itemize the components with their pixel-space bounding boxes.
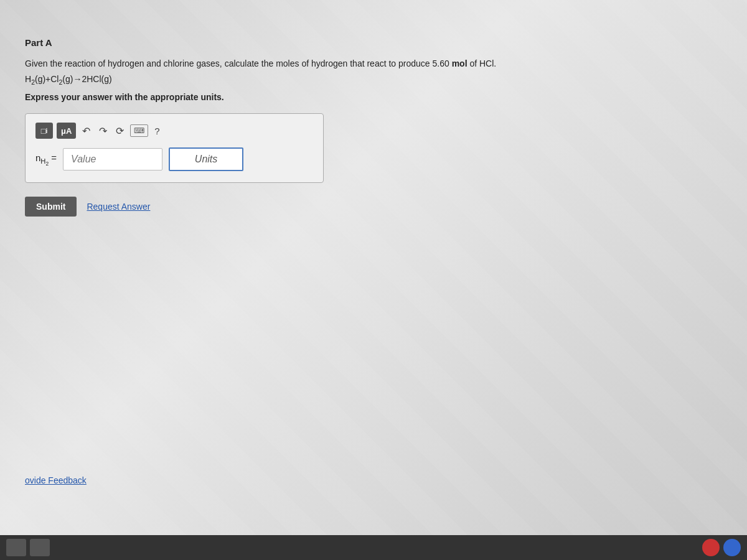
taskbar-red-icon[interactable] bbox=[702, 539, 720, 556]
mol-text: mol bbox=[452, 58, 467, 68]
mu-a-button[interactable]: μA bbox=[57, 123, 76, 139]
question-text-part2: of HCl. bbox=[467, 58, 497, 68]
undo-button[interactable]: ↶ bbox=[80, 124, 93, 138]
taskbar-icon-1[interactable] bbox=[6, 539, 26, 556]
submit-button[interactable]: Submit bbox=[25, 197, 77, 217]
button-row: Submit Request Answer bbox=[25, 197, 722, 217]
answer-box: □i μA ↶ ↷ ⟳ ⌨ ? nH2 = Units bbox=[25, 113, 324, 183]
keyboard-button[interactable]: ⌨ bbox=[130, 124, 148, 137]
help-button[interactable]: ? bbox=[154, 126, 159, 136]
template-button[interactable]: □i bbox=[35, 123, 53, 139]
reaction-equation: H2(g)+Cl2(g)→2HCl(g) bbox=[25, 74, 722, 86]
taskbar bbox=[0, 535, 747, 560]
variable-label: nH2 = bbox=[35, 152, 57, 167]
input-row: nH2 = Units bbox=[35, 147, 313, 171]
feedback-link[interactable]: ovide Feedback bbox=[25, 475, 87, 485]
question-text: Given the reaction of hydrogen and chlor… bbox=[25, 57, 510, 70]
part-label: Part A bbox=[25, 37, 722, 48]
question-text-part1: Given the reaction of hydrogen and chlor… bbox=[25, 58, 452, 68]
redo-button[interactable]: ↷ bbox=[96, 124, 110, 138]
request-answer-link[interactable]: Request Answer bbox=[87, 202, 150, 212]
units-box[interactable]: Units bbox=[169, 147, 243, 171]
taskbar-icon-2[interactable] bbox=[30, 539, 50, 556]
toolbar: □i μA ↶ ↷ ⟳ ⌨ ? bbox=[35, 123, 313, 139]
taskbar-blue-icon[interactable] bbox=[723, 539, 741, 556]
value-input[interactable] bbox=[63, 148, 162, 170]
express-instruction: Express your answer with the appropriate… bbox=[25, 92, 722, 102]
refresh-button[interactable]: ⟳ bbox=[113, 124, 126, 138]
